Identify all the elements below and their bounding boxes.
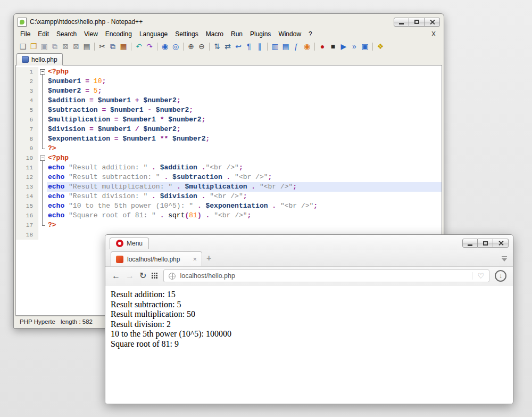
- opera-window: Menu localhost/hello.php × + ← → ↻: [105, 234, 513, 404]
- run-macro-multiple-icon[interactable]: »: [350, 42, 359, 51]
- menu-help[interactable]: ?: [305, 29, 316, 39]
- zoom-out-icon[interactable]: ⊖: [197, 42, 206, 51]
- code-line-8[interactable]: 8$exponentiation = $number1 ** $number2;: [16, 134, 442, 144]
- menubar-close-x[interactable]: X: [426, 30, 441, 38]
- close-all-icon[interactable]: ⊠: [71, 42, 81, 51]
- status-segment: PHP Hyperte: [20, 318, 55, 325]
- code-line-13[interactable]: 13echo "Result multiplication: " . $mult…: [16, 182, 442, 192]
- open-folder-icon[interactable]: ❒: [29, 42, 38, 51]
- forward-button[interactable]: →: [126, 272, 134, 280]
- opera-menu-button[interactable]: Menu: [110, 238, 149, 249]
- stop-macro-icon[interactable]: ■: [328, 42, 338, 51]
- save-all-icon[interactable]: ⧉: [50, 42, 60, 51]
- zoom-in-icon[interactable]: ⊕: [186, 42, 196, 51]
- line-number: 5: [16, 105, 38, 115]
- menu-view[interactable]: View: [80, 29, 102, 39]
- new-tab-button[interactable]: +: [206, 254, 211, 263]
- menu-plugins[interactable]: Plugins: [246, 29, 275, 39]
- code-line-12[interactable]: 12echo "Result subtraction: " . $subtrac…: [16, 173, 442, 182]
- download-button[interactable]: ↓: [495, 270, 506, 282]
- code-text: echo "Result division: " . $division . "…: [47, 192, 442, 201]
- code-line-11[interactable]: 11echo "Result addition: " . $addition .…: [16, 163, 442, 173]
- maximize-button[interactable]: [478, 239, 493, 248]
- fold-marker-start[interactable]: [38, 153, 47, 163]
- opera-titlebar[interactable]: Menu: [105, 235, 513, 250]
- line-number: 16: [16, 211, 38, 220]
- back-button[interactable]: ←: [112, 272, 120, 280]
- copy-icon[interactable]: ⧉: [108, 42, 118, 51]
- undo-icon[interactable]: ↶: [134, 42, 144, 51]
- code-line-15[interactable]: 15echo "10 to the 5th power (10^5): " . …: [16, 201, 442, 211]
- tab-close-icon[interactable]: ×: [193, 256, 197, 263]
- replace-icon[interactable]: ◎: [171, 42, 180, 51]
- maximize-button[interactable]: [409, 18, 425, 27]
- cut-icon[interactable]: ✂: [97, 42, 107, 51]
- menu-encoding[interactable]: Encoding: [102, 29, 136, 39]
- print-icon[interactable]: ▤: [82, 42, 92, 51]
- minimize-button[interactable]: [462, 239, 478, 248]
- code-line-9[interactable]: 9?>: [16, 144, 442, 153]
- menu-settings[interactable]: Settings: [171, 29, 202, 39]
- menu-file[interactable]: File: [16, 29, 34, 39]
- code-line-2[interactable]: 2$number1 = 10;: [16, 77, 442, 86]
- code-line-16[interactable]: 16echo "Square root of 81: " . sqrt(81) …: [16, 211, 442, 220]
- file-monitoring-icon[interactable]: ◉: [302, 42, 312, 51]
- code-text: ?>: [47, 220, 442, 230]
- code-line-3[interactable]: 3$number2 = 5;: [16, 86, 442, 96]
- result-line: Square root of 81: 9: [111, 339, 508, 349]
- close-button[interactable]: [425, 18, 440, 27]
- new-file-icon[interactable]: ❑: [18, 42, 28, 51]
- line-number: 17: [16, 220, 38, 230]
- code-line-4[interactable]: 4$addition = $number1 + $number2;: [16, 96, 442, 105]
- reload-button[interactable]: ↻: [139, 272, 146, 280]
- code-line-1[interactable]: 1<?php: [16, 67, 442, 77]
- address-bar[interactable]: localhost/hello.php ♡: [163, 269, 489, 282]
- menu-search[interactable]: Search: [53, 29, 80, 39]
- code-line-14[interactable]: 14echo "Result division: " . $division .…: [16, 192, 442, 201]
- toolbar-separator: [94, 43, 95, 51]
- save-macro-icon[interactable]: ▣: [360, 42, 370, 51]
- menu-run[interactable]: Run: [227, 29, 246, 39]
- menu-window[interactable]: Window: [275, 29, 305, 39]
- indent-guide-icon[interactable]: ∥: [255, 42, 264, 51]
- save-file-icon[interactable]: ▣: [39, 42, 49, 51]
- saved-document-icon: [22, 56, 29, 63]
- sync-vertical-scroll-icon[interactable]: ⇅: [212, 42, 222, 51]
- menu-language[interactable]: Language: [136, 29, 171, 39]
- paste-icon[interactable]: ▦: [119, 42, 128, 51]
- minimize-button[interactable]: [394, 18, 409, 27]
- code-line-5[interactable]: 5$subtraction = $number1 - $number2;: [16, 105, 442, 115]
- menu-macro[interactable]: Macro: [202, 29, 227, 39]
- play-macro-icon[interactable]: ▶: [339, 42, 348, 51]
- result-line: Result addition: 15: [111, 290, 508, 300]
- notepadpp-titlebar[interactable]: C:\xampp\htdocs\hello.php - Notepad++: [15, 14, 442, 29]
- code-line-7[interactable]: 7$division = $number1 / $number2;: [16, 125, 442, 134]
- sync-horizontal-scroll-icon[interactable]: ⇄: [223, 42, 232, 51]
- code-line-6[interactable]: 6$multiplication = $number1 * $number2;: [16, 115, 442, 125]
- redo-icon[interactable]: ↷: [145, 42, 154, 51]
- speed-dial-icon[interactable]: [152, 273, 158, 279]
- tab-hello-php[interactable]: hello.php: [16, 53, 63, 66]
- code-line-17[interactable]: 17?>: [16, 220, 442, 230]
- opera-menu-label: Menu: [127, 240, 143, 247]
- browser-tab-localhost[interactable]: localhost/hello.php ×: [111, 251, 202, 266]
- line-number: 12: [16, 173, 38, 182]
- close-file-icon[interactable]: ⊠: [61, 42, 70, 51]
- code-line-10[interactable]: 10<?php: [16, 153, 442, 163]
- word-wrap-icon[interactable]: ↩: [234, 42, 243, 51]
- bookmark-heart-icon[interactable]: ♡: [472, 272, 484, 280]
- address-value[interactable]: localhost/hello.php: [180, 272, 468, 280]
- show-all-characters-icon[interactable]: ¶: [244, 42, 254, 51]
- function-list-icon[interactable]: ƒ: [292, 42, 301, 51]
- menu-edit[interactable]: Edit: [34, 29, 53, 39]
- code-text: <?php: [47, 153, 442, 163]
- find-icon[interactable]: ◉: [160, 42, 170, 51]
- customize-toolbar-icon[interactable]: ❖: [376, 42, 385, 51]
- toolbar-separator: [267, 43, 268, 51]
- document-map-icon[interactable]: ▥: [270, 42, 280, 51]
- fold-marker-start[interactable]: [38, 67, 47, 77]
- record-macro-icon[interactable]: ●: [318, 42, 327, 51]
- close-button[interactable]: [493, 239, 509, 248]
- tab-menu-icon[interactable]: [501, 256, 508, 262]
- document-list-icon[interactable]: ▤: [281, 42, 290, 51]
